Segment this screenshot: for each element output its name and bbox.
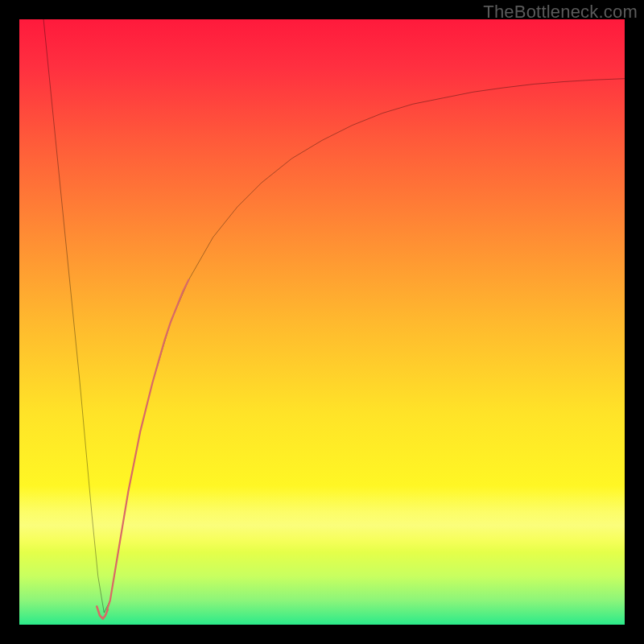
series-group bbox=[43, 19, 625, 618]
main-curve-path bbox=[43, 19, 625, 613]
chart-frame: TheBottleneck.com bbox=[0, 0, 644, 644]
chart-svg bbox=[19, 19, 625, 625]
highlight-segment-path bbox=[107, 279, 189, 609]
plot-area bbox=[19, 19, 625, 625]
